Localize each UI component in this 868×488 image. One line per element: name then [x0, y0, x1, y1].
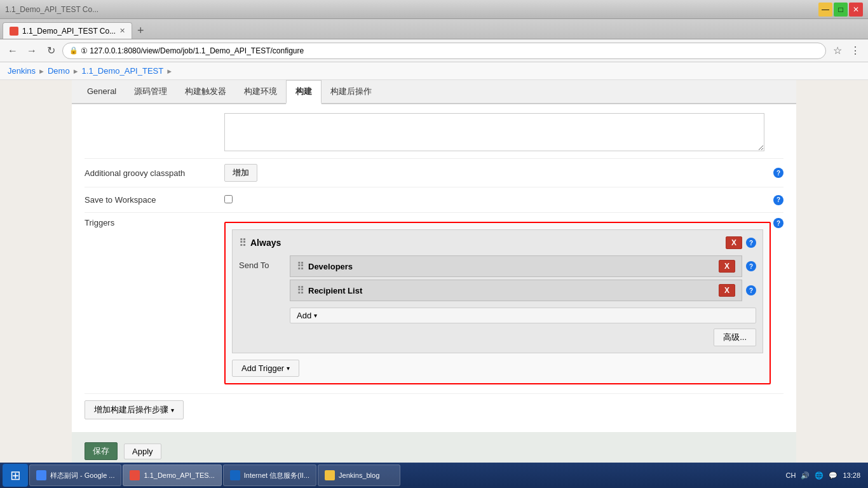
recipient-list-help-icon[interactable]: ? — [746, 285, 756, 295]
script-textarea[interactable] — [224, 113, 764, 151]
new-tab-button[interactable]: + — [132, 22, 149, 39]
developers-help-icon[interactable]: ? — [746, 261, 756, 271]
add-recipient-label: Add — [297, 311, 311, 320]
tab-source[interactable]: 源码管理 — [125, 80, 176, 104]
save-workspace-help-icon[interactable]: ? — [773, 195, 783, 205]
add-recipient-arrow-icon: ▾ — [314, 312, 317, 319]
tab-general[interactable]: General — [78, 80, 125, 104]
add-trigger-arrow-icon: ▾ — [287, 365, 290, 372]
breadcrumb-arrow-1: ► — [38, 67, 45, 75]
tab-post-build[interactable]: 构建后操作 — [322, 80, 381, 104]
post-build-row: 增加构建后操作步骤 ▾ — [85, 394, 783, 426]
save-area: 保存 Apply — [72, 432, 796, 463]
advanced-button[interactable]: 高级... — [714, 329, 756, 346]
breadcrumb-arrow-3: ► — [166, 67, 173, 75]
sys-lang: CH — [786, 471, 796, 479]
recipient-list-item: ⠿ Recipient List X — [290, 280, 742, 301]
breadcrumb-job[interactable]: 1.1_Demo_API_TEST — [82, 66, 164, 76]
post-build-arrow-icon: ▾ — [171, 407, 174, 414]
taskbar: ⊞ 样态副词 - Google ... 1.1_Demo_API_TES... … — [0, 463, 868, 488]
add-recipient-button[interactable]: Add ▾ — [290, 308, 756, 323]
tab-env[interactable]: 构建环境 — [235, 80, 286, 104]
breadcrumb: Jenkins ► Demo ► 1.1_Demo_API_TEST ► — [0, 62, 868, 80]
breadcrumb-demo[interactable]: Demo — [48, 66, 70, 76]
jenkins-taskbar-icon — [130, 470, 140, 480]
taskbar-item-blog[interactable]: Jenkins_blog — [318, 464, 400, 486]
blog-taskbar-label: Jenkins_blog — [339, 471, 379, 479]
window-title: 1.1_Demo_API_TEST Co... — [5, 5, 98, 14]
groovy-classpath-help-icon[interactable]: ? — [773, 168, 783, 178]
send-to-items: ⠿ Developers X ? — [290, 255, 756, 323]
taskbar-item-google[interactable]: 样态副词 - Google ... — [29, 464, 121, 486]
trigger-header: ⠿ Always X ? — [239, 236, 756, 249]
apply-button[interactable]: Apply — [124, 444, 161, 459]
menu-button[interactable]: ⋮ — [848, 43, 863, 58]
triggers-help-icon[interactable]: ? — [773, 218, 783, 228]
breadcrumb-arrow-2: ► — [72, 67, 79, 75]
trigger-title: ⠿ Always — [239, 237, 281, 249]
google-taskbar-icon — [36, 470, 46, 480]
iis-taskbar-icon — [230, 470, 240, 480]
taskbar-item-jenkins[interactable]: 1.1_Demo_API_TES... — [123, 464, 221, 486]
back-button[interactable]: ← — [5, 43, 20, 58]
drag-handle-icon: ⠿ — [239, 237, 247, 249]
add-classpath-button[interactable]: 增加 — [224, 164, 257, 182]
recipient-drag-icon: ⠿ — [297, 285, 304, 297]
minimize-button[interactable]: — — [818, 3, 832, 17]
clock-time: 13:28 — [843, 471, 860, 479]
send-to-label: Send To — [239, 255, 283, 270]
add-trigger-button[interactable]: Add Trigger ▾ — [232, 360, 299, 377]
tab-triggers[interactable]: 构建触发器 — [176, 80, 235, 104]
maximize-button[interactable]: □ — [834, 3, 848, 17]
taskbar-clock: 13:28 — [843, 471, 860, 479]
forward-button[interactable]: → — [24, 43, 39, 58]
developers-drag-icon: ⠿ — [297, 261, 304, 273]
tab-close-icon[interactable]: ✕ — [119, 27, 125, 35]
remove-developers-button[interactable]: X — [719, 260, 735, 273]
google-taskbar-label: 样态副词 - Google ... — [50, 471, 114, 480]
triggers-label: Triggers — [85, 218, 224, 227]
recipient-list-name: ⠿ Recipient List — [297, 285, 362, 297]
address-bar[interactable]: 🔒 ① 127.0.0.1:8080/view/Demo/job/1.1_Dem… — [62, 43, 826, 59]
sys-chat-icon: 💬 — [829, 471, 837, 480]
groovy-classpath-label: Additional groovy classpath — [85, 168, 224, 178]
jenkins-taskbar-label: 1.1_Demo_API_TES... — [144, 471, 214, 479]
save-button[interactable]: 保存 — [85, 442, 118, 460]
send-to-row: Send To ⠿ Developers — [239, 255, 756, 323]
windows-icon: ⊞ — [10, 468, 21, 483]
lock-icon: 🔒 — [69, 46, 78, 55]
remove-recipient-button[interactable]: X — [719, 284, 735, 297]
browser-tab[interactable]: 1.1_Demo_API_TEST Co... ✕ — [3, 22, 132, 39]
add-post-build-button[interactable]: 增加构建后操作步骤 ▾ — [85, 400, 184, 419]
bookmark-button[interactable]: ☆ — [830, 43, 845, 58]
developers-name: ⠿ Developers — [297, 261, 353, 273]
reload-button[interactable]: ↻ — [43, 43, 58, 58]
close-button[interactable]: ✕ — [849, 3, 863, 17]
iis-taskbar-label: Internet 信息服务(II... — [244, 471, 309, 480]
save-workspace-checkbox[interactable] — [224, 195, 233, 203]
developers-label: Developers — [308, 262, 353, 271]
sys-volume-icon: 🔊 — [801, 471, 810, 480]
save-workspace-label: Save to Workspace — [85, 195, 224, 205]
tab-title: 1.1_Demo_API_TEST Co... — [22, 27, 116, 36]
add-trigger-label: Add Trigger — [241, 363, 284, 373]
blog-taskbar-icon — [325, 470, 335, 480]
sys-network-icon: 🌐 — [815, 471, 824, 480]
address-text: ① 127.0.0.1:8080/view/Demo/job/1.1_Demo_… — [81, 46, 304, 55]
trigger-footer: Add Trigger ▾ — [232, 360, 763, 377]
recipient-list-label: Recipient List — [308, 286, 362, 295]
tab-favicon — [10, 27, 18, 36]
always-help-icon[interactable]: ? — [746, 238, 756, 248]
developers-item: ⠿ Developers X — [290, 255, 742, 277]
start-button[interactable]: ⊞ — [3, 464, 28, 487]
triggers-box: ⠿ Always X ? — [224, 222, 771, 384]
taskbar-item-iis[interactable]: Internet 信息服务(II... — [223, 464, 316, 486]
post-build-label: 增加构建后操作步骤 — [94, 404, 168, 416]
always-label: Always — [250, 238, 281, 248]
config-tabs: General 源码管理 构建触发器 构建环境 构建 构建后操作 — [72, 80, 796, 104]
tab-build[interactable]: 构建 — [286, 80, 322, 104]
triggers-inner: ⠿ Always X ? — [232, 229, 763, 353]
taskbar-right: CH 🔊 🌐 💬 13:28 — [786, 471, 865, 480]
breadcrumb-jenkins[interactable]: Jenkins — [8, 66, 36, 76]
remove-always-button[interactable]: X — [726, 236, 742, 249]
